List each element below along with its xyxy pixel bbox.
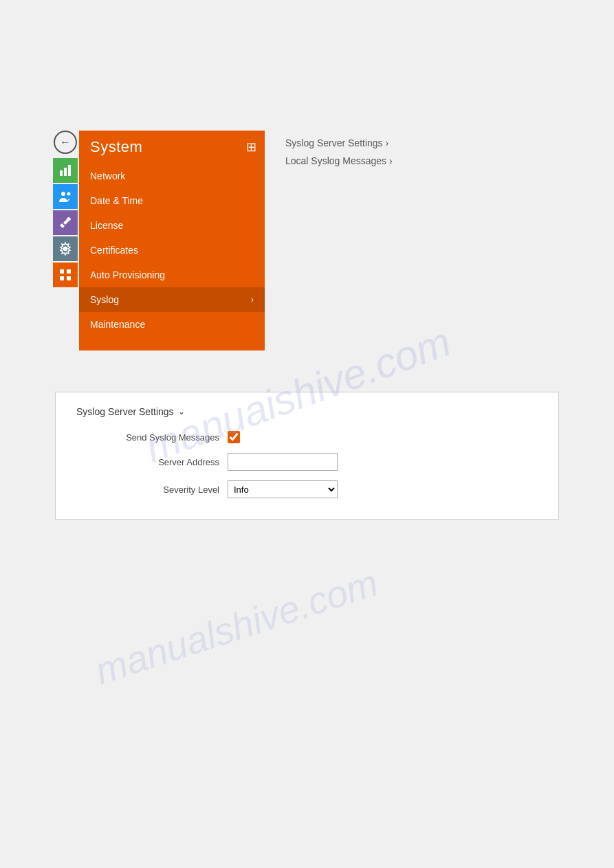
sidebar-item-license-label: License [90, 220, 123, 231]
back-button[interactable]: ← [54, 131, 77, 154]
sidebar-item-certificates[interactable]: Certificates [79, 238, 265, 263]
send-syslog-checkbox[interactable] [228, 431, 240, 443]
syslog-server-settings-link[interactable]: Syslog Server Settings › [285, 137, 393, 148]
sidebar-item-certificates-label: Certificates [90, 245, 138, 256]
svg-rect-2 [68, 165, 71, 176]
svg-point-4 [67, 192, 71, 196]
svg-point-3 [61, 192, 65, 196]
send-syslog-label: Send Syslog Messages [90, 432, 228, 443]
send-syslog-row: Send Syslog Messages [90, 431, 538, 443]
syslog-panel-title-text: Syslog Server Settings [76, 406, 174, 417]
settings-nav-icon[interactable] [53, 236, 78, 261]
chart-icon [58, 164, 72, 177]
severity-level-select[interactable]: Emergency Alert Critical Error Warning N… [228, 480, 338, 498]
server-address-row: Server Address [90, 453, 538, 471]
sidebar-item-maintenance-label: Maintenance [90, 319, 145, 330]
sidebar-title: System [90, 138, 142, 156]
nav-menu-header: System ⊞ [79, 131, 265, 164]
svg-rect-9 [67, 276, 71, 280]
syslog-panel-title[interactable]: Syslog Server Settings ⌄ [76, 406, 538, 417]
svg-rect-7 [67, 269, 71, 274]
sidebar-item-network-label: Network [90, 170, 125, 181]
users-icon [58, 190, 72, 203]
sidebar-item-datetime-label: Date & Time [90, 195, 143, 206]
main-content-top: Syslog Server Settings › Local Syslog Me… [265, 131, 393, 350]
svg-rect-0 [60, 170, 63, 176]
sidebar-item-autoprovisioning-label: Auto Provisioning [90, 269, 165, 280]
server-address-label: Server Address [90, 457, 228, 467]
chart-nav-icon[interactable] [53, 158, 78, 183]
local-syslog-messages-link[interactable]: Local Syslog Messages › [285, 155, 393, 166]
svg-point-5 [63, 247, 67, 251]
back-icon: ← [60, 136, 71, 148]
sidebar-item-license[interactable]: License [79, 213, 265, 238]
users-nav-icon[interactable] [53, 184, 78, 209]
chevron-down-icon: ⌄ [178, 407, 185, 416]
severity-level-label: Severity Level [90, 485, 228, 495]
grid-menu-icon[interactable]: ⊞ [246, 140, 256, 155]
settings-form: Send Syslog Messages Server Address Seve… [76, 431, 538, 498]
sidebar: ← [52, 131, 265, 350]
top-section: ← [0, 110, 614, 350]
sidebar-item-autoprovisioning[interactable]: Auto Provisioning [79, 263, 265, 287]
severity-level-row: Severity Level Emergency Alert Critical … [90, 480, 538, 498]
sidebar-item-syslog-label: Syslog [90, 294, 119, 305]
sidebar-item-network[interactable]: Network [79, 164, 265, 188]
sidebar-item-datetime[interactable]: Date & Time [79, 188, 265, 213]
watermark2: manualshive.com [90, 560, 384, 693]
syslog-server-settings-panel: Syslog Server Settings ⌄ Send Syslog Mes… [55, 392, 559, 520]
settings-icon [58, 242, 72, 256]
sidebar-item-maintenance[interactable]: Maintenance [79, 312, 265, 337]
chevron-right-icon: › [251, 295, 254, 304]
svg-rect-6 [60, 269, 64, 274]
tools-nav-icon[interactable] [53, 210, 78, 235]
svg-rect-1 [64, 168, 67, 176]
grid-nav-icon[interactable] [53, 263, 78, 287]
server-address-input[interactable] [228, 453, 338, 471]
page-wrapper: ← [0, 110, 614, 868]
icon-rail: ← [52, 131, 79, 350]
nav-menu: System ⊞ Network Date & Time License Cer… [79, 131, 265, 350]
grid-icon [58, 268, 72, 282]
svg-rect-8 [60, 276, 64, 280]
bottom-section: Syslog Server Settings ⌄ Send Syslog Mes… [0, 392, 614, 520]
tools-icon [58, 216, 72, 230]
sidebar-item-syslog[interactable]: Syslog › [79, 287, 265, 312]
